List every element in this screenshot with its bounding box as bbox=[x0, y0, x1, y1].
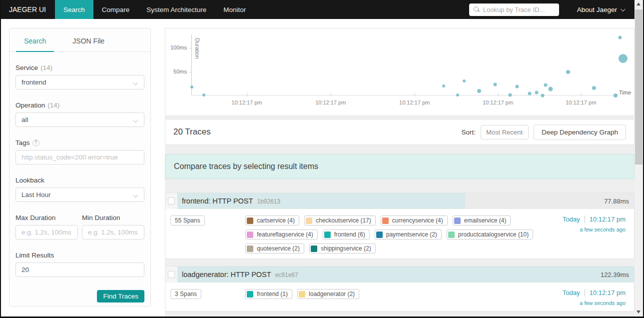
trace-data-point[interactable] bbox=[544, 84, 548, 87]
max-duration-input[interactable] bbox=[15, 225, 78, 240]
service-tags: cartservice (4)checkoutservice (17)curre… bbox=[245, 216, 540, 254]
vertical-scrollbar[interactable] bbox=[635, 0, 643, 316]
trace-date[interactable]: Today bbox=[563, 289, 580, 296]
search-sidebar: Search JSON File Service (14) frontend O… bbox=[9, 28, 151, 306]
trace-data-point[interactable] bbox=[456, 94, 459, 96]
nav-item-system-architecture[interactable]: System Architecture bbox=[138, 0, 215, 19]
service-tag-pill[interactable]: checkoutservice (17) bbox=[304, 216, 376, 226]
service-tag-pill[interactable]: productcatalogservice (10) bbox=[447, 230, 533, 240]
scrollbar-thumb[interactable] bbox=[635, 10, 643, 164]
operation-label: Operation (14) bbox=[15, 102, 144, 109]
service-tag-pill[interactable]: quoteservice (2) bbox=[245, 244, 304, 254]
lookback-select[interactable]: Last Hour bbox=[15, 188, 144, 202]
trace-title: frontend: HTTP POST1b92613 bbox=[182, 197, 280, 205]
find-traces-button[interactable]: Find Traces bbox=[97, 290, 144, 302]
service-tag-pill[interactable]: loadgenerator (2) bbox=[297, 289, 359, 299]
trace-date-time: Today10:12:17 pm bbox=[563, 289, 626, 296]
service-tag-pill[interactable]: currencyservice (4) bbox=[381, 216, 448, 226]
trace-header[interactable]: frontend: HTTP POST1b9261377.88ms bbox=[165, 193, 634, 209]
trace-time[interactable]: 10:12:17 pm bbox=[585, 216, 626, 223]
trace-relative-time: a few seconds ago bbox=[580, 300, 626, 306]
service-tag-pill[interactable]: emailservice (4) bbox=[453, 216, 511, 226]
tags-input[interactable] bbox=[15, 150, 144, 164]
x-tick-label: 10:12:17 pm bbox=[483, 100, 513, 106]
timestamp-column: Today10:12:17 pma few seconds ago bbox=[563, 216, 628, 232]
trace-relative-time: a few seconds ago bbox=[580, 226, 626, 232]
service-color-swatch bbox=[299, 291, 305, 298]
service-tag-pill[interactable]: paymentservice (2) bbox=[375, 230, 442, 240]
trace-data-point[interactable] bbox=[549, 86, 553, 91]
operation-select[interactable]: all bbox=[15, 112, 144, 127]
service-tag-label: frontend (1) bbox=[257, 290, 288, 298]
x-tick-mark bbox=[331, 93, 331, 96]
service-color-swatch bbox=[306, 218, 312, 224]
x-tick-mark bbox=[247, 93, 247, 96]
min-duration-input[interactable] bbox=[82, 225, 144, 240]
trace-header[interactable]: loadgenerator: HTTP POSTec91e67122.39ms bbox=[165, 266, 634, 282]
search-icon bbox=[474, 6, 479, 12]
traces-header-row: 20 Traces Sort: Most Recent Deep Depende… bbox=[165, 119, 635, 145]
sort-select[interactable]: Most Recent bbox=[481, 125, 529, 140]
duration-scatter-card: Duration Time 50ms100ms10:12:17 pm10:12:… bbox=[165, 28, 635, 116]
x-tick-label: 10:12:17 pm bbox=[566, 100, 596, 106]
trace-data-point[interactable] bbox=[566, 70, 570, 74]
trace-data-point[interactable] bbox=[592, 86, 596, 90]
trace-service-operation: loadgenerator: HTTP POST bbox=[182, 270, 271, 278]
service-select[interactable]: frontend bbox=[15, 75, 144, 90]
trace-result-item[interactable]: frontend: HTTP POST1b9261377.88ms55 Span… bbox=[165, 192, 635, 259]
trace-data-point[interactable] bbox=[614, 94, 618, 98]
about-jaeger-label: About Jaeger bbox=[577, 6, 617, 14]
x-tick-mark bbox=[498, 93, 499, 96]
service-label: Service (14) bbox=[15, 64, 144, 72]
trace-data-point[interactable] bbox=[463, 80, 466, 82]
trace-data-point[interactable] bbox=[477, 89, 481, 93]
trace-result-item[interactable]: loadgenerator: HTTP POSTec91e67122.39ms3… bbox=[165, 266, 635, 312]
service-color-swatch bbox=[247, 218, 253, 224]
trace-data-point[interactable] bbox=[535, 91, 539, 94]
lookback-label: Lookback bbox=[15, 176, 144, 184]
help-icon[interactable]: ? bbox=[32, 140, 39, 146]
trace-data-point[interactable] bbox=[619, 36, 622, 39]
trace-data-point[interactable] bbox=[509, 94, 512, 97]
trace-select-checkbox[interactable] bbox=[168, 198, 175, 204]
service-color-swatch bbox=[247, 232, 253, 238]
trace-data-point[interactable] bbox=[493, 83, 497, 86]
trace-count: 20 Traces bbox=[173, 127, 211, 137]
service-tag-pill[interactable]: featureflagservice (4) bbox=[245, 230, 318, 240]
trace-data-point[interactable] bbox=[442, 84, 445, 88]
trace-time[interactable]: 10:12:17 pm bbox=[585, 289, 626, 296]
trace-date[interactable]: Today bbox=[563, 216, 580, 223]
service-tag-pill[interactable]: frontend (1) bbox=[245, 289, 292, 299]
tab-json-file[interactable]: JSON File bbox=[72, 37, 104, 52]
service-tag-pill[interactable]: shippingservice (2) bbox=[309, 244, 376, 254]
trace-data-point[interactable] bbox=[541, 94, 545, 97]
service-tag-pill[interactable]: cartservice (4) bbox=[245, 216, 299, 226]
scroll-down-arrow-icon[interactable] bbox=[637, 310, 641, 314]
about-jaeger-menu[interactable]: About Jaeger bbox=[577, 6, 624, 14]
trace-lookup-input[interactable] bbox=[469, 4, 559, 16]
scroll-up-arrow-icon[interactable] bbox=[637, 2, 641, 6]
trace-data-point[interactable] bbox=[528, 92, 531, 96]
x-tick-mark bbox=[415, 93, 415, 96]
service-color-swatch bbox=[448, 232, 455, 238]
trace-duration: 122.39ms bbox=[601, 271, 634, 278]
trace-data-point[interactable] bbox=[619, 54, 628, 63]
trace-data-point[interactable] bbox=[190, 86, 193, 88]
nav-item-search[interactable]: Search bbox=[55, 0, 93, 19]
deep-dependency-graph-button[interactable]: Deep Dependency Graph bbox=[534, 124, 626, 140]
limit-results-input[interactable] bbox=[15, 262, 144, 277]
y-axis-label: Duration bbox=[194, 38, 200, 59]
trace-checkbox-zone bbox=[165, 193, 177, 209]
trace-data-point[interactable] bbox=[202, 94, 205, 96]
nav-item-compare[interactable]: Compare bbox=[93, 0, 138, 19]
y-tick-label: 100ms bbox=[165, 44, 187, 50]
service-tag-pill[interactable]: frontend (6) bbox=[323, 230, 370, 240]
trace-title: loadgenerator: HTTP POSTec91e67 bbox=[182, 270, 298, 278]
tab-search[interactable]: Search bbox=[24, 37, 46, 52]
service-color-swatch bbox=[247, 246, 253, 252]
trace-select-checkbox[interactable] bbox=[168, 271, 175, 278]
service-color-swatch bbox=[247, 291, 253, 298]
results-area: Duration Time 50ms100ms10:12:17 pm10:12:… bbox=[165, 28, 637, 318]
nav-item-monitor[interactable]: Monitor bbox=[215, 0, 254, 19]
trace-data-point[interactable] bbox=[515, 84, 519, 88]
